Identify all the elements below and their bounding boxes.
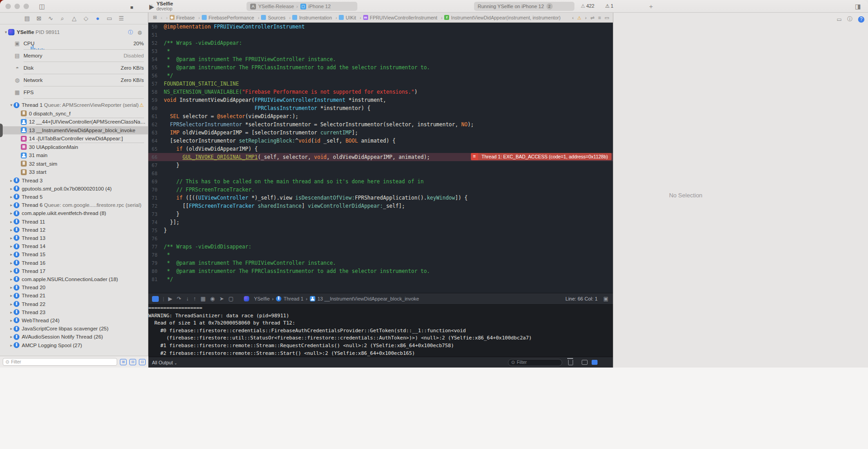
thread-row[interactable]: ▸ⅡThread 11 (0, 218, 148, 226)
thread-row[interactable]: ▸ⅡWebThread (24) (0, 316, 148, 325)
stack-frame-33[interactable]: Ⅲ33 start (0, 168, 148, 176)
line-number[interactable]: 76 (148, 234, 164, 243)
quick-help-inspector-icon[interactable]: ? (858, 16, 864, 23)
library-add-button[interactable]: ＋ (648, 2, 654, 10)
line-number[interactable]: 81 (148, 275, 164, 283)
issues-navigator-icon[interactable]: △ (71, 15, 78, 22)
stack-frame-14[interactable]: ≣14 -[UITabBarController viewDidAppear:] (0, 134, 148, 143)
thread-row[interactable]: ▸ⅡThread 5 (0, 193, 148, 201)
thread-row[interactable]: ▸ⅡThread 22 (0, 300, 148, 308)
debug-navigator-icon[interactable]: ● (94, 15, 101, 22)
project-navigator-icon[interactable]: ▤ (24, 15, 31, 22)
zoom-window-button[interactable] (24, 4, 29, 9)
line-number[interactable]: 60 (148, 104, 164, 112)
line-number[interactable]: 74 (148, 218, 164, 226)
filter-view-button[interactable]: ⊡ (139, 359, 146, 365)
line-number[interactable]: 67 (148, 161, 164, 169)
line-number[interactable]: 57 (148, 80, 164, 88)
gauge-row-fps[interactable]: ▦FPS (0, 86, 148, 98)
line-number[interactable]: 65 (148, 145, 164, 153)
step-into-icon[interactable]: ↓ (186, 296, 189, 302)
thread-row[interactable]: ▸ⅡAMCP Logging Spool (27) (0, 341, 148, 349)
close-window-button[interactable] (5, 4, 11, 9)
filter-flag-button[interactable]: ⊞ (120, 359, 127, 365)
thread-row[interactable]: ▸ⅡAVAudioSession Notify Thread (26) (0, 333, 148, 341)
stop-button[interactable]: ■ (130, 3, 133, 11)
line-number[interactable]: 58 (148, 88, 164, 96)
stack-frame-12[interactable]: 12 __44+[UIViewController(APMScreenClass… (0, 118, 148, 126)
memory-graph-icon[interactable]: ◉ (210, 296, 215, 302)
breadcrumb-firebase[interactable]: ◆Firebase› (170, 15, 200, 20)
history-inspector-icon[interactable]: ⓘ (847, 15, 853, 23)
breadcrumb-instrumentviewdidappear-instru[interactable]: fInstrumentViewDidAppear(instrument, ins… (444, 15, 560, 20)
thread-row[interactable]: ▸ⅡThread 12 (0, 226, 148, 234)
breadcrumb-sources[interactable]: Sources› (261, 15, 290, 20)
navigator-filter-input[interactable]: ⊙ Filter (3, 358, 117, 366)
line-number[interactable]: 68 (148, 169, 164, 177)
line-number[interactable]: 78 (148, 251, 164, 259)
variables-view-toggle-icon[interactable] (582, 360, 588, 365)
previous-issue-icon[interactable]: ‹ (572, 15, 574, 20)
line-number[interactable]: 54 (148, 55, 164, 63)
line-number[interactable]: 69 (148, 177, 164, 186)
editor-options-icon[interactable]: ▭ (605, 15, 609, 21)
line-number[interactable]: 63 (148, 129, 164, 137)
line-number[interactable]: 77 (148, 243, 164, 251)
back-navigation-icon[interactable]: ‹ (161, 15, 162, 20)
runtime-error-annotation[interactable]: =Thread 1: EXC_BAD_ACCESS (code=1, addre… (471, 153, 612, 160)
breadcrumb-fpruiviewcontrollerinstrument[interactable]: mFPRUIViewControllerInstrument› (363, 15, 443, 20)
next-issue-icon[interactable]: › (585, 15, 587, 20)
line-number[interactable]: 73 (148, 210, 164, 218)
file-inspector-icon[interactable]: ▭ (837, 16, 842, 23)
stack-frame-13[interactable]: 13 __InstrumentViewDidAppear_block_invok… (0, 126, 148, 134)
thread-row[interactable]: ▸Ⅱcom.apple.NSURLConnectionLoader (18) (0, 275, 148, 283)
breadcrumb-uikit[interactable]: UIKit› (339, 15, 361, 20)
info-icon[interactable]: ⓘ (128, 29, 133, 36)
reports-navigator-icon[interactable]: ☰ (118, 15, 125, 22)
breadcrumb-firebaseperformance[interactable]: FirebasePerformance› (202, 15, 259, 20)
thread-row[interactable]: ▸ⅡThread 13 (0, 234, 148, 242)
debug-crumb-label[interactable]: 13 __InstrumentViewDidAppear_block_invok… (318, 296, 419, 301)
related-items-icon[interactable]: ⊞ (153, 14, 157, 20)
line-number[interactable]: 71 (148, 194, 164, 202)
gauge-row-disk[interactable]: ◓DiskZero KB/s (0, 62, 148, 74)
line-number[interactable]: 66 (148, 153, 164, 161)
stack-frame-32[interactable]: Ⅲ32 start_sim (0, 160, 148, 168)
source-editor[interactable]: 50@implementation FPRUIViewControllerIns… (148, 23, 613, 293)
gauge-row-network[interactable]: ◍NetworkZero KB/s (0, 74, 148, 86)
thread-row[interactable]: ▸Ⅱcom.apple.uikit.eventfetch-thread (8) (0, 209, 148, 217)
thread-row[interactable]: ▸ⅡThread 21 (0, 291, 148, 300)
process-row[interactable]: ▾YSelfie PID 98911ⓘ◍ (0, 28, 148, 36)
console-view-toggle-icon[interactable] (592, 360, 598, 365)
clear-console-icon[interactable] (568, 360, 573, 365)
line-number[interactable]: 51 (148, 31, 164, 39)
thread-row-thread-1[interactable]: ▾ⅡThread 1 Queue: APMScreenViewReporter … (0, 101, 148, 109)
continue-icon[interactable]: ▶ (168, 296, 172, 302)
thread-row[interactable]: ▸Ⅱgputools.smt_poll.0x7b0800020100 (4) (0, 185, 148, 193)
warning-issues-button[interactable]: ⚠422 (581, 3, 594, 9)
line-number[interactable]: 79 (148, 259, 164, 267)
line-number[interactable]: 52 (148, 39, 164, 47)
stack-frame-30[interactable]: ≣30 UIApplicationMain (0, 143, 148, 151)
toggle-navigator-icon[interactable]: ◫ (39, 2, 45, 10)
line-number[interactable]: 75 (148, 226, 164, 234)
thread-row[interactable]: ▸ⅡThread 3 (0, 177, 148, 185)
thread-row[interactable]: ▸ⅡThread 6 Queue: com.google.....firesto… (0, 201, 148, 209)
line-number[interactable]: 53 (148, 47, 164, 55)
thread-row[interactable]: ▸ⅡThread 14 (0, 242, 148, 250)
breakpoints-navigator-icon[interactable]: ▭ (106, 15, 113, 22)
thread-row[interactable]: ▸ⅡThread 17 (0, 267, 148, 275)
tests-navigator-icon[interactable]: ◇ (82, 15, 90, 22)
step-out-icon[interactable]: ↑ (193, 296, 196, 302)
line-number[interactable]: 80 (148, 267, 164, 275)
minimize-window-button[interactable] (14, 4, 20, 9)
console-filter-input[interactable]: ⊙ Filter (508, 359, 562, 366)
toggle-inspector-icon[interactable]: ◨ (855, 2, 861, 10)
symbols-navigator-icon[interactable]: ∿ (47, 15, 54, 22)
line-number[interactable]: 62 (148, 120, 164, 129)
code-review-icon[interactable]: ⇌ (590, 15, 594, 21)
thread-row[interactable]: ▸ⅡJavaScriptCore libpas scavenger (25) (0, 325, 148, 333)
debug-console[interactable]: ==================WARNING: ThreadSanitiz… (148, 305, 613, 357)
source-control-navigator-icon[interactable]: ⊠ (35, 15, 43, 22)
gauge-row-cpu[interactable]: ▣CPU20% (0, 37, 148, 49)
